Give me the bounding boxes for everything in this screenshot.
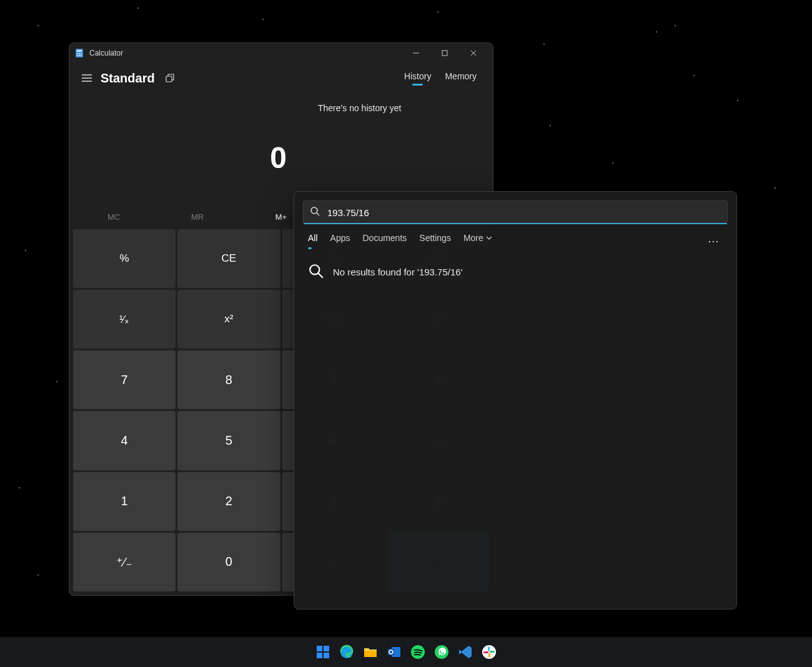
calculator-app-icon bbox=[74, 48, 84, 58]
taskbar-slack-icon[interactable] bbox=[480, 643, 498, 661]
tab-memory[interactable]: Memory bbox=[445, 71, 477, 85]
key-7[interactable]: 7 bbox=[73, 350, 176, 409]
svg-rect-8 bbox=[442, 51, 447, 56]
search-input[interactable] bbox=[326, 207, 721, 219]
search-no-results-text: No results found for '193.75/16' bbox=[333, 267, 463, 277]
search-tab-apps[interactable]: Apps bbox=[330, 233, 350, 249]
svg-point-11 bbox=[310, 265, 319, 274]
key-4[interactable]: 4 bbox=[73, 411, 176, 470]
search-tab-more[interactable]: More bbox=[463, 233, 492, 249]
taskbar-outlook-icon[interactable] bbox=[385, 643, 403, 661]
memory-clear-button[interactable]: MC bbox=[72, 212, 156, 222]
key-8[interactable]: 8 bbox=[177, 350, 280, 409]
svg-point-10 bbox=[311, 207, 317, 214]
history-panel: There's no history yet bbox=[318, 94, 484, 113]
key-5[interactable]: 5 bbox=[177, 411, 280, 470]
svg-rect-27 bbox=[483, 651, 488, 653]
svg-rect-6 bbox=[79, 55, 80, 56]
calculator-mode-label: Standard bbox=[101, 71, 155, 86]
key-reciprocal[interactable]: ¹⁄ₓ bbox=[73, 290, 176, 348]
taskbar-file-explorer-icon[interactable] bbox=[362, 643, 379, 661]
key-ce[interactable]: CE bbox=[177, 229, 280, 288]
search-filter-tabs: All Apps Documents Settings More ⋯ bbox=[303, 224, 728, 249]
svg-rect-15 bbox=[324, 653, 329, 658]
svg-rect-1 bbox=[77, 50, 82, 52]
calculator-display: 0 bbox=[69, 117, 299, 198]
start-button[interactable] bbox=[314, 643, 332, 661]
minimize-button[interactable] bbox=[402, 43, 430, 63]
magnifier-icon bbox=[308, 263, 324, 281]
search-tab-all[interactable]: All bbox=[308, 233, 318, 249]
taskbar-whatsapp-icon[interactable] bbox=[433, 643, 450, 661]
svg-rect-17 bbox=[364, 651, 377, 657]
windows-search-panel: All Apps Documents Settings More ⋯ No re… bbox=[294, 191, 737, 610]
taskbar-vscode-icon[interactable] bbox=[457, 643, 474, 661]
tab-history[interactable]: History bbox=[404, 71, 432, 85]
svg-rect-26 bbox=[488, 653, 490, 658]
calculator-header: Standard History Memory bbox=[69, 63, 493, 93]
taskbar[interactable] bbox=[0, 637, 812, 667]
search-tab-more-label: More bbox=[463, 233, 483, 243]
keep-on-top-button[interactable] bbox=[157, 73, 182, 83]
memory-recall-button[interactable]: MR bbox=[156, 212, 239, 222]
key-2[interactable]: 2 bbox=[177, 472, 280, 531]
chevron-down-icon bbox=[486, 233, 492, 243]
close-button[interactable] bbox=[459, 43, 488, 63]
key-0[interactable]: 0 bbox=[177, 533, 280, 591]
calculator-title-text: Calculator bbox=[89, 49, 123, 57]
svg-rect-7 bbox=[81, 55, 82, 56]
calculator-titlebar[interactable]: Calculator bbox=[69, 43, 493, 63]
search-icon bbox=[310, 206, 320, 219]
svg-rect-9 bbox=[166, 76, 172, 82]
svg-rect-5 bbox=[77, 55, 78, 56]
search-tab-documents[interactable]: Documents bbox=[362, 233, 407, 249]
svg-rect-13 bbox=[324, 646, 329, 651]
svg-rect-14 bbox=[317, 653, 322, 658]
key-percent[interactable]: % bbox=[73, 229, 176, 288]
history-empty-text: There's no history yet bbox=[318, 94, 484, 113]
svg-rect-3 bbox=[79, 53, 80, 54]
taskbar-edge-icon[interactable] bbox=[338, 643, 355, 661]
search-more-options-button[interactable]: ⋯ bbox=[708, 234, 723, 248]
svg-rect-24 bbox=[488, 646, 490, 651]
key-1[interactable]: 1 bbox=[73, 472, 176, 531]
history-memory-tabs: History Memory bbox=[404, 71, 488, 85]
svg-rect-12 bbox=[317, 646, 322, 651]
key-square[interactable]: x² bbox=[177, 290, 280, 348]
key-negate[interactable]: ⁺⁄₋ bbox=[73, 533, 176, 591]
hamburger-menu-button[interactable] bbox=[74, 74, 99, 82]
taskbar-spotify-icon[interactable] bbox=[409, 643, 427, 661]
search-box[interactable] bbox=[303, 200, 728, 224]
svg-rect-4 bbox=[81, 53, 82, 54]
svg-rect-25 bbox=[490, 651, 495, 653]
svg-rect-2 bbox=[77, 53, 78, 54]
maximize-button[interactable] bbox=[430, 43, 459, 63]
search-no-results: No results found for '193.75/16' bbox=[303, 249, 728, 295]
search-tab-settings[interactable]: Settings bbox=[419, 233, 451, 249]
